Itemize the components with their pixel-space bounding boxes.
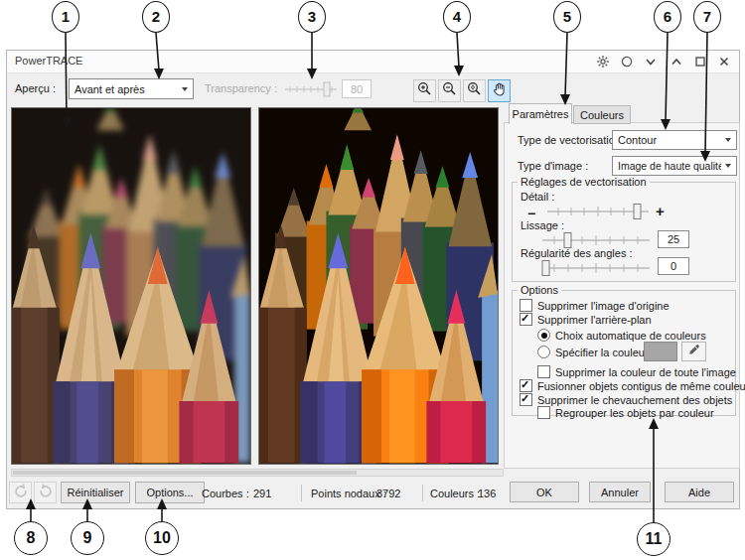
settings-group-title: Réglages de vectorisation [518, 176, 650, 188]
options-group-title: Options [518, 284, 561, 296]
footer-separator [301, 485, 302, 501]
reset-button[interactable]: Réinitialiser [61, 482, 130, 503]
option-group-by-color[interactable]: Regrouper les objets par couleur [537, 406, 714, 419]
tab-parametres-label: Paramètres [513, 108, 569, 120]
chevron-up-icon[interactable] [669, 54, 684, 70]
undo-icon [13, 483, 29, 502]
eyedropper-button[interactable] [681, 342, 706, 361]
corner-value[interactable]: 0 [658, 257, 689, 275]
callout-9: 9 [71, 521, 104, 555]
zoom-out-button[interactable] [438, 79, 461, 102]
footer-separator [422, 485, 423, 501]
nodes-stat-label: Points nodaux : [311, 488, 386, 499]
zoom-fit-button[interactable] [463, 79, 486, 102]
transparency-slider [284, 80, 338, 98]
option-merge-adjacent[interactable]: Fusionner objets contigus de même couleu… [520, 379, 745, 392]
tab-parametres[interactable]: Paramètres [509, 103, 572, 124]
callout-8: 8 [14, 521, 48, 555]
option-remove-overlap[interactable]: Supprimer le chevauchement des objets [520, 393, 732, 406]
checkbox-checked-icon[interactable] [520, 313, 532, 326]
cancel-button[interactable]: Annuler [589, 482, 651, 502]
colors-stat-label: Couleurs : [430, 488, 480, 499]
option-delete-original[interactable]: Supprimer l'image d'origine [520, 299, 670, 312]
gear-icon[interactable] [595, 54, 611, 70]
smoothing-slider-thumb[interactable] [564, 233, 571, 248]
image-type-dropdown[interactable]: Image de haute qualité [612, 156, 737, 176]
tab-couleurs-label: Couleurs [580, 109, 624, 121]
options-button[interactable]: Options... [135, 482, 205, 503]
option-label: Supprimer la couleur de toute l'image [555, 366, 736, 378]
close-icon[interactable] [716, 54, 732, 70]
help-button[interactable]: Aide [665, 482, 734, 502]
checkbox-checked-icon[interactable] [520, 379, 532, 392]
smoothing-value[interactable]: 25 [658, 230, 689, 248]
option-label: Regrouper les objets par couleur [555, 407, 714, 419]
color-swatch[interactable] [644, 342, 677, 361]
titlebar: PowerTRACE [7, 51, 739, 73]
trace-type-label: Type de vectorisation : [518, 134, 627, 146]
option-remove-color-entire-image[interactable]: Supprimer la couleur de toute l'image [537, 365, 736, 378]
preview-mode-value: Avant et après [74, 83, 178, 95]
circle-icon[interactable] [619, 54, 635, 70]
corner-slider[interactable] [540, 259, 652, 277]
before-preview-image [11, 107, 251, 465]
checkbox-icon[interactable] [537, 406, 550, 419]
checkbox-icon[interactable] [520, 299, 532, 312]
colors-stat-value: 136 [478, 488, 496, 499]
pan-hand-icon [492, 81, 507, 100]
redo-icon [38, 483, 54, 502]
smoothing-label: Lissage : [521, 219, 564, 231]
powertrace-dialog: PowerTRACE Aperçu : Avant et après [6, 50, 740, 509]
callout-11: 11 [637, 522, 670, 556]
after-preview-image [258, 107, 499, 465]
dropdown-caret-icon [725, 138, 731, 142]
option-label: Spécifier la couleur : [555, 347, 655, 358]
preview-mode-dropdown[interactable]: Avant et après [69, 78, 194, 99]
image-type-value: Image de haute qualité [618, 160, 721, 172]
callout-5: 5 [553, 1, 581, 33]
option-remove-background[interactable]: Supprimer l'arrière-plan [520, 313, 652, 326]
callout-7: 7 [693, 1, 721, 33]
callout-1: 1 [52, 1, 79, 33]
curves-stat-label: Courbes : [202, 488, 249, 499]
option-label: Fusionner objets contigus de même couleu… [537, 380, 745, 392]
trace-type-dropdown[interactable]: Contour [612, 130, 737, 150]
window-title: PowerTRACE [15, 55, 82, 67]
detail-minus-button[interactable]: − [527, 207, 535, 220]
pan-button[interactable] [488, 79, 511, 102]
trace-type-value: Contour [618, 134, 721, 146]
detail-slider-thumb[interactable] [634, 205, 641, 219]
dropdown-caret-icon [182, 87, 188, 91]
radio-selected-icon[interactable] [537, 329, 550, 342]
callout-4: 4 [443, 1, 471, 33]
chevron-down-icon[interactable] [643, 54, 659, 70]
callout-2: 2 [142, 1, 170, 33]
preview-horizontal-scrollbar[interactable] [11, 469, 504, 477]
ok-button[interactable]: OK [510, 482, 579, 502]
zoom-out-icon [442, 81, 457, 100]
maximize-icon[interactable] [692, 54, 708, 70]
undo-button[interactable] [9, 482, 32, 503]
screenshot-root: PowerTRACE Aperçu : Avant et après [0, 0, 745, 560]
option-label: Supprimer l'image d'origine [537, 300, 670, 312]
callout-6: 6 [654, 1, 681, 33]
option-specify-color[interactable]: Spécifier la couleur : [537, 346, 655, 358]
nodes-stat-value: 3792 [376, 488, 400, 499]
curves-stat-value: 291 [253, 488, 271, 499]
radio-icon[interactable] [537, 346, 550, 358]
tab-couleurs[interactable]: Couleurs [573, 105, 631, 124]
corner-slider-thumb[interactable] [542, 261, 549, 276]
redo-button[interactable] [34, 482, 57, 503]
detail-slider[interactable] [545, 203, 651, 220]
checkbox-checked-icon[interactable] [520, 393, 532, 406]
callout-10: 10 [145, 521, 179, 555]
option-auto-color[interactable]: Choix automatique de couleurs [537, 329, 706, 342]
option-label: Choix automatique de couleurs [555, 330, 706, 342]
detail-plus-button[interactable]: + [656, 205, 665, 218]
zoom-in-icon [417, 81, 432, 100]
transparency-label: Transparency : [205, 82, 277, 94]
zoom-in-button[interactable] [413, 79, 436, 102]
image-type-label: Type d'image : [518, 160, 588, 172]
transparency-slider-thumb [324, 82, 330, 96]
checkbox-icon[interactable] [537, 365, 550, 378]
